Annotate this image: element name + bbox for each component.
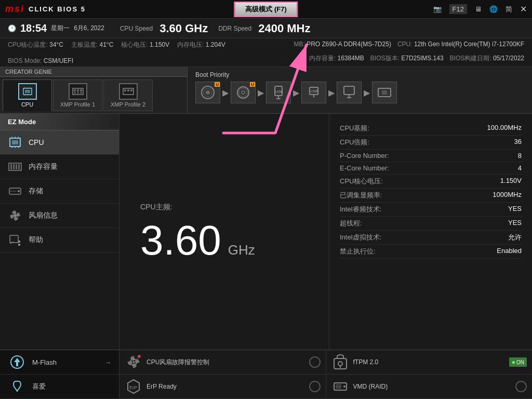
svg-point-23 (242, 91, 245, 94)
boot-arrow-3: ▶ (293, 88, 299, 98)
svg-rect-38 (12, 140, 18, 144)
mflash-icon (8, 354, 26, 370)
tab-cpu[interactable]: CPU (3, 79, 52, 111)
turbo-boost-row: Intel睿频技术: YES (340, 203, 522, 217)
igpu-freq-row: 已调集显频率: 1000MHz (340, 189, 522, 203)
storage-sidebar-label: 存储 (29, 187, 43, 196)
favorites-label: 喜爱 (32, 382, 46, 391)
boot-device-5[interactable] (337, 82, 362, 103)
vmd-icon (331, 378, 349, 395)
f12-label[interactable]: F12 (449, 4, 467, 14)
msi-logo: msi CLICK BIOS 5 (5, 4, 86, 15)
cpu-speed-display: CPU Speed 3.60 GHz (120, 22, 208, 35)
cpu-freq-unit: GHz (228, 242, 255, 258)
xmp2-tab-label: XMP Profile 2 (111, 101, 145, 108)
weekday-display: 星期一 (51, 24, 70, 33)
ftpm-label: fTPM 2.0 (353, 358, 505, 366)
boot-device-2[interactable]: U (231, 82, 256, 103)
sidebar-item-cpu[interactable]: CPU (0, 130, 119, 155)
svg-rect-49 (18, 164, 20, 169)
vmd-label: VMD (RAID) (353, 383, 512, 390)
cpu-main-freq-label: CPU主频: (140, 203, 308, 212)
cpu-sidebar-label: CPU (29, 138, 44, 147)
erp-toggle[interactable] (309, 381, 321, 392)
boot-device-1[interactable]: U (195, 82, 220, 103)
cpu-fan-label: CPU风扇故障报警控制 (147, 358, 305, 367)
cpu-sidebar-icon (8, 137, 22, 148)
cpu-tab-label: CPU (21, 101, 33, 108)
boot-device-6[interactable] (372, 82, 397, 103)
tab-xmp2[interactable]: XMP Profile 2 (103, 79, 153, 111)
bios-ver: BIOS版本: E7D25IMS.143 (370, 54, 444, 63)
advanced-mode-button[interactable]: 高级模式 (F7) (234, 2, 298, 17)
svg-rect-10 (77, 89, 79, 91)
cpu-multiplier-row: CPU倍频: 36 (340, 136, 522, 150)
cpu-speed-label: CPU Speed (120, 25, 153, 32)
boot-devices-list: U ▶ U ▶ USB ▶ USB ▶ (195, 82, 524, 103)
lang-button[interactable]: 简 (506, 5, 512, 14)
sys-stats-bar: CPU核心温度: 34°C 主板温度: 41°C 核心电压: 1.150V 内存… (0, 38, 532, 67)
boot-priority-section: Boot Priority U ▶ U ▶ USB ▶ (187, 67, 532, 113)
svg-rect-54 (10, 235, 18, 243)
clock-display: 🕐 18:54 星期一 6月6, 2022 (8, 22, 104, 34)
cpu-content: CPU主频: 3.60 GHz (119, 114, 329, 350)
sidebar-item-help[interactable]: 帮助 (0, 228, 119, 252)
erp-icon: ErP (125, 378, 142, 395)
profile-tabs-container: CREATOR GENIE CPU XMP Profile 1 (0, 67, 187, 113)
cpu-freq-display: 3.60 GHz (140, 220, 308, 261)
favorites-item[interactable]: 喜爱 (0, 375, 119, 399)
boot-arrow-2: ▶ (258, 88, 264, 98)
bottom-bar: M-Flash → 喜爱 硬件监控 (0, 350, 532, 399)
profile-section: CREATOR GENIE CPU XMP Profile 1 (0, 67, 532, 114)
boot-device-4[interactable]: USB (301, 82, 326, 103)
sys-stats-right: MB: PRO Z690-A DDR4(MS-7D25) CPU: 12th G… (266, 41, 524, 64)
bios-date: BIOS构建日期: 05/17/2022 (450, 54, 524, 63)
sidebar-item-storage[interactable]: 存储 (0, 179, 119, 204)
cpu-details-panel: CPU基频: 100.00MHz CPU倍频: 36 P-Core Number… (329, 114, 532, 350)
boot-arrow-1: ▶ (222, 88, 229, 98)
feature-toggles: CPU风扇故障报警控制 fTPM 2.0 ●ON ErP ErP Ready (119, 350, 532, 399)
fan-sidebar-icon (8, 210, 22, 221)
svg-rect-1 (25, 90, 30, 93)
profile-tabs: CPU XMP Profile 1 XMP Profile 2 (0, 77, 187, 111)
svg-point-73 (343, 385, 345, 388)
favorites-icon (8, 379, 26, 394)
mflash-item[interactable]: M-Flash → (0, 350, 119, 375)
close-button[interactable]: ✕ (520, 4, 527, 14)
ddr-speed-display: DDR Speed 2400 MHz (218, 22, 310, 35)
svg-rect-16 (124, 89, 126, 91)
svg-rect-14 (80, 92, 82, 94)
cpu-fan-toggle[interactable] (309, 356, 321, 368)
top-bar: msi CLICK BIOS 5 高级模式 (F7) 📷 F12 🖥 🌐 简 ✕ (0, 0, 532, 19)
cpu-temp-stat: CPU核心温度: 34°C (8, 41, 63, 49)
boot-arrow-4: ▶ (328, 88, 335, 98)
cpu-fan-feature[interactable]: CPU风扇故障报警控制 (119, 350, 326, 374)
clock-icon: 🕐 (8, 24, 16, 32)
sidebar-item-memory[interactable]: 内存容量 (0, 155, 119, 179)
ftpm-feature[interactable]: fTPM 2.0 ●ON (326, 350, 533, 374)
mem-volt-stat: 内存电压: 1.204V (177, 41, 225, 49)
boot-device-3[interactable]: USB (266, 82, 291, 103)
svg-text:USB: USB (311, 89, 318, 93)
svg-point-24 (239, 88, 247, 97)
mflash-arrow: → (104, 358, 111, 366)
globe-icon[interactable]: 🌐 (489, 5, 498, 13)
erp-feature[interactable]: ErP ErP Ready (119, 375, 326, 398)
cpu-details-table: CPU基频: 100.00MHz CPU倍频: 36 P-Core Number… (340, 122, 522, 259)
ez-mode-header: EZ Mode (0, 114, 119, 130)
svg-rect-47 (13, 164, 15, 169)
sidebar-item-fan[interactable]: 风扇信息 (0, 204, 119, 228)
ftpm-toggle[interactable]: ●ON (509, 357, 527, 367)
svg-rect-36 (382, 90, 387, 95)
vmd-feature[interactable]: VMD (RAID) (326, 375, 533, 398)
svg-rect-11 (80, 89, 82, 91)
screenshot-button[interactable]: 📷 (433, 5, 442, 13)
tab-xmp1[interactable]: XMP Profile 1 (53, 79, 102, 111)
cpu-core-volt-row: CPU核心电压: 1.150V (340, 175, 522, 189)
core-volt-stat: 核心电压: 1.150V (121, 41, 169, 49)
vmd-toggle[interactable] (515, 381, 527, 392)
svg-rect-12 (74, 92, 76, 94)
e-core-row: E-Core Number: 4 (340, 162, 522, 175)
xmp2-tab-icon (119, 83, 138, 100)
monitor-icon[interactable]: 🖥 (475, 5, 482, 13)
